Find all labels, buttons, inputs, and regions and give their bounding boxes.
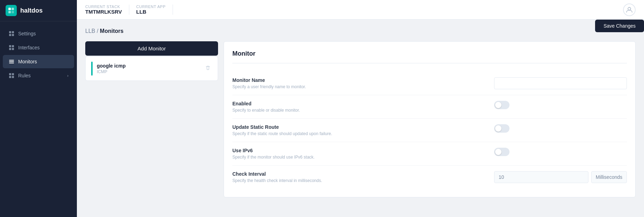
svg-rect-15 [9,73,11,75]
monitor-name-input[interactable] [494,77,627,89]
svg-rect-4 [9,31,11,33]
right-panel: Monitor Monitor Name Specify a user frie… [224,41,636,197]
form-row-enabled: Enabled Specify to enable or disable mon… [232,95,627,119]
svg-rect-0 [8,8,11,10]
svg-rect-3 [12,11,14,13]
svg-rect-12 [9,60,14,61]
breadcrumb-parent: LLB [85,28,95,34]
milliseconds-suffix: Milliseconds [591,171,627,183]
form-label-group-monitor-name: Monitor Name Specify a user friendly nam… [232,77,487,89]
monitor-info: google icmp ICMP [97,63,200,74]
rules-icon [8,72,15,79]
app-name: haltdos [20,7,43,14]
sidebar-item-interfaces[interactable]: Interfaces [3,41,74,54]
monitor-name-control [494,77,627,89]
logo-area: haltdos [0,0,77,21]
form-label-group-enabled: Enabled Specify to enable or disable mon… [232,101,487,113]
panel-title: Monitor [232,50,627,63]
enabled-label: Enabled [232,101,487,106]
topbar-current-app: Current App LLB [136,5,173,15]
sidebar-item-monitors-label: Monitors [18,59,37,64]
sidebar-item-settings-label: Settings [18,31,36,36]
breadcrumb-current: Monitors [100,28,124,34]
svg-rect-16 [12,73,14,75]
current-stack-value: TMTMRLKSRV [85,9,122,15]
enabled-control [494,101,627,109]
svg-rect-11 [12,48,14,50]
sidebar-item-interfaces-label: Interfaces [18,45,39,50]
svg-rect-5 [12,31,14,33]
content-grid: Add Monitor google icmp ICMP [85,41,636,197]
svg-rect-10 [9,48,11,50]
current-app-label: Current App [136,5,166,9]
monitors-icon [8,58,15,65]
svg-rect-1 [12,8,14,10]
user-avatar[interactable] [623,4,636,16]
enabled-desc: Specify to enable or disable monitor. [232,108,487,113]
check-interval-input[interactable] [494,171,588,183]
sidebar-nav: Settings Interfaces Monitors Rules › [0,21,77,88]
page-content: LLB / Monitors Save Changes Add Monitor … [77,20,644,217]
breadcrumb-separator: / [97,28,100,34]
svg-rect-14 [9,63,14,63]
svg-rect-9 [12,45,14,47]
svg-rect-7 [12,34,14,36]
monitor-list-item[interactable]: google icmp ICMP [86,57,218,80]
form-row-check-interval: Check Interval Specify the health check … [232,166,627,189]
sidebar-item-rules-label: Rules [18,73,31,78]
ipv6-label: Use IPv6 [232,148,487,153]
monitor-name-label: Monitor Name [232,77,487,83]
svg-rect-8 [9,45,11,47]
left-panel: Add Monitor google icmp ICMP [85,41,218,81]
svg-rect-13 [9,61,14,62]
add-monitor-button[interactable]: Add Monitor [85,41,218,56]
monitor-name-desc: Specify a user friendly name to monitor. [232,84,487,89]
breadcrumb: LLB / Monitors [85,28,636,34]
svg-rect-6 [9,34,11,36]
svg-rect-17 [9,76,11,78]
check-interval-control: Milliseconds [494,171,627,183]
enabled-toggle[interactable] [494,101,509,109]
form-label-group-check-interval: Check Interval Specify the health check … [232,171,487,183]
monitor-delete-button[interactable] [204,64,212,74]
interfaces-icon [8,44,15,51]
logo-icon [6,5,17,16]
topbar: Current Stack TMTMRLKSRV Current App LLB [77,0,644,20]
rules-arrow-icon: › [67,74,68,78]
current-stack-label: Current Stack [85,5,122,9]
main-content: Current Stack TMTMRLKSRV Current App LLB… [77,0,644,217]
topbar-current-stack: Current Stack TMTMRLKSRV [85,5,129,15]
svg-point-19 [628,7,631,10]
settings-icon [8,30,15,37]
svg-rect-18 [12,76,14,78]
sidebar-item-monitors[interactable]: Monitors [3,55,74,68]
sidebar-item-rules[interactable]: Rules › [3,69,74,82]
current-app-value: LLB [136,9,166,15]
ipv6-toggle[interactable] [494,148,509,156]
sidebar-item-settings[interactable]: Settings [3,27,74,40]
ipv6-control [494,148,627,156]
form-row-monitor-name: Monitor Name Specify a user friendly nam… [232,72,627,95]
check-interval-label: Check Interval [232,171,487,177]
svg-rect-2 [8,11,11,13]
static-route-desc: Specify if the static route should updat… [232,131,487,136]
static-route-control [494,124,627,133]
save-changes-button[interactable]: Save Changes [595,20,644,32]
monitor-name: google icmp [97,63,200,69]
static-route-label: Update Static Route [232,124,487,130]
sidebar: haltdos Settings Interfaces Monitors Rul… [0,0,77,217]
ipv6-desc: Specify if the monitor should use IPv6 s… [232,155,487,160]
form-label-group-static-route: Update Static Route Specify if the stati… [232,124,487,136]
monitor-status-indicator [91,62,93,76]
check-interval-desc: Specify the health check interval in mil… [232,178,487,183]
form-label-group-ipv6: Use IPv6 Specify if the monitor should u… [232,148,487,160]
form-row-use-ipv6: Use IPv6 Specify if the monitor should u… [232,142,627,166]
form-row-update-static-route: Update Static Route Specify if the stati… [232,119,627,142]
monitor-type: ICMP [97,69,200,74]
static-route-toggle[interactable] [494,124,509,133]
monitor-list: google icmp ICMP [85,56,218,81]
